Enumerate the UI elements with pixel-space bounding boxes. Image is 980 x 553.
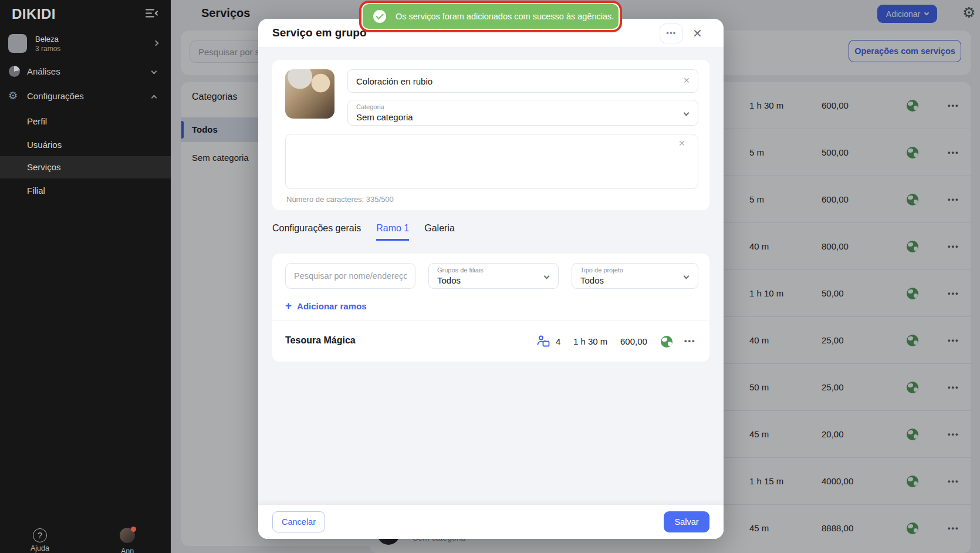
sidebar-item-configuracoes[interactable]: ⚙ Configurações bbox=[0, 86, 171, 107]
modal-more-button[interactable]: ••• bbox=[660, 23, 683, 43]
chevron-right-icon bbox=[153, 41, 159, 46]
sidebar-item-label: Configurações bbox=[27, 91, 84, 101]
chevron-up-icon bbox=[151, 95, 157, 101]
sidebar-item-label: Serviços bbox=[27, 162, 61, 172]
modal-body: ✕ Categoria Sem categoria ✕ Número de ca… bbox=[258, 47, 724, 505]
sidebar-item-label: Perfil bbox=[27, 116, 47, 126]
check-circle-icon bbox=[373, 10, 386, 23]
globe-icon bbox=[661, 336, 673, 348]
plus-icon: + bbox=[285, 301, 292, 311]
group-service-modal: Serviço em grupo ••• ✕ ✕ Categoria Sem c… bbox=[258, 19, 724, 539]
branch-groups-value: Todos bbox=[437, 275, 461, 285]
branch-search-input[interactable] bbox=[285, 263, 415, 289]
sidebar-item-servicos[interactable]: Serviços bbox=[0, 156, 171, 178]
tab-galeria[interactable]: Galeria bbox=[424, 223, 455, 241]
toast-message: Os serviços foram adicionados com sucess… bbox=[396, 12, 614, 21]
chevron-down-icon bbox=[684, 110, 690, 116]
modal-tabs: Configurações gerais Ramo 1 Galeria bbox=[272, 223, 455, 241]
service-info-card: ✕ Categoria Sem categoria ✕ Número de ca… bbox=[272, 60, 709, 210]
screen: DIKIDI Beleza 3 ramos Análises ⚙ Configu… bbox=[0, 0, 980, 553]
question-icon: ? bbox=[33, 528, 47, 542]
staff-group-icon bbox=[536, 335, 550, 348]
add-branches-link[interactable]: + Adicionar ramos bbox=[285, 301, 366, 311]
close-icon[interactable]: ✕ bbox=[692, 26, 702, 41]
branch-menu-icon[interactable]: ••• bbox=[684, 336, 696, 345]
clear-name-icon[interactable]: ✕ bbox=[683, 76, 690, 85]
more-dots-icon: ••• bbox=[666, 29, 676, 37]
cancel-button[interactable]: Cancelar bbox=[272, 511, 325, 532]
branch-members-count: 4 bbox=[556, 336, 560, 346]
project-type-value: Todos bbox=[580, 275, 604, 285]
modal-title: Serviço em grupo bbox=[272, 26, 367, 39]
service-photo[interactable] bbox=[285, 69, 334, 119]
collapse-sidebar-icon[interactable] bbox=[146, 8, 158, 18]
category-select-label: Categoria bbox=[356, 103, 384, 110]
modal-footer: Cancelar Salvar bbox=[258, 505, 724, 539]
branch-duration: 1 h 30 m bbox=[573, 336, 607, 346]
profile-subtitle: 3 ramos bbox=[35, 45, 60, 53]
project-type-label: Tipo de projeto bbox=[580, 267, 623, 274]
user-menu[interactable]: Ann bbox=[110, 528, 145, 553]
sidebar-profile[interactable]: Beleza 3 ramos bbox=[0, 32, 171, 58]
sidebar-item-usuarios[interactable]: Usuários bbox=[0, 134, 171, 156]
help-label: Ajuda bbox=[22, 544, 58, 552]
sidebar-item-analises[interactable]: Análises bbox=[0, 61, 171, 82]
help-button[interactable]: ? Ajuda bbox=[22, 528, 58, 552]
profile-avatar bbox=[8, 34, 27, 53]
user-label: Ann bbox=[110, 547, 145, 553]
success-toast-highlight: Os serviços foram adicionados com sucess… bbox=[359, 1, 622, 32]
chevron-down-icon bbox=[684, 274, 690, 279]
user-avatar bbox=[120, 528, 135, 543]
branch-groups-select[interactable]: Grupos de filiais Todos bbox=[428, 263, 559, 289]
brand-logo: DIKIDI bbox=[12, 6, 56, 22]
char-counter: Número de caracteres: 335/500 bbox=[286, 195, 394, 204]
branches-card: Grupos de filiais Todos Tipo de projeto … bbox=[272, 254, 709, 362]
sidebar-item-perfil[interactable]: Perfil bbox=[0, 110, 171, 133]
clear-description-icon[interactable]: ✕ bbox=[678, 139, 685, 148]
add-branches-label: Adicionar ramos bbox=[297, 301, 366, 311]
category-select-value: Sem categoria bbox=[356, 112, 413, 122]
save-button[interactable]: Salvar bbox=[664, 511, 709, 532]
sidebar-item-label: Análises bbox=[27, 66, 60, 76]
branch-groups-label: Grupos de filiais bbox=[437, 267, 484, 274]
branch-name: Tesoura Mágica bbox=[285, 335, 356, 346]
sidebar-item-label: Usuários bbox=[27, 140, 62, 150]
chevron-down-icon bbox=[544, 274, 550, 279]
chevron-down-icon bbox=[151, 69, 157, 75]
success-toast: Os serviços foram adicionados com sucess… bbox=[363, 4, 619, 29]
category-select[interactable]: Categoria Sem categoria bbox=[347, 100, 698, 126]
branch-price: 600,00 bbox=[620, 336, 647, 346]
tab-configuracoes-gerais[interactable]: Configurações gerais bbox=[272, 223, 361, 241]
project-type-select[interactable]: Tipo de projeto Todos bbox=[572, 263, 698, 289]
description-textarea[interactable] bbox=[285, 134, 698, 189]
gear-icon: ⚙ bbox=[8, 89, 18, 102]
sidebar-item-label: Filial bbox=[27, 186, 45, 195]
pie-chart-icon bbox=[9, 66, 20, 77]
profile-name: Beleza bbox=[35, 35, 59, 43]
tab-ramo-1[interactable]: Ramo 1 bbox=[376, 223, 409, 241]
sidebar-item-filial[interactable]: Filial bbox=[0, 180, 171, 202]
sidebar: DIKIDI Beleza 3 ramos Análises ⚙ Configu… bbox=[0, 0, 171, 553]
service-name-input[interactable] bbox=[347, 69, 698, 93]
branch-row[interactable]: Tesoura Mágica 4 1 h 30 m 600,00 ••• bbox=[272, 321, 709, 362]
